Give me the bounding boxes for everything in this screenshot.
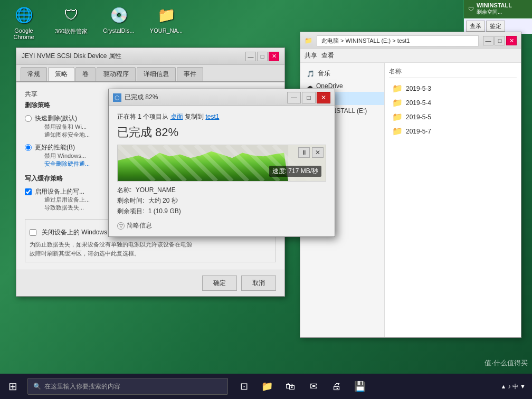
properties-maximize-btn[interactable]: □ (257, 52, 268, 61)
copy-source-to[interactable]: test1 (205, 113, 219, 120)
explorer-titlebar: 📁 此电脑 > WININSTALL (E:) > test1 — □ ✕ (300, 32, 521, 49)
explorer-minimize-btn[interactable]: — (483, 36, 493, 45)
copy-close-btn[interactable]: ✕ (317, 92, 330, 103)
copy-minimize-btn[interactable]: — (287, 92, 301, 103)
search-placeholder: 在这里输入你要搜索的内容 (44, 382, 120, 391)
tab-policy[interactable]: 策略 (48, 67, 74, 81)
tab-general[interactable]: 常规 (21, 67, 47, 81)
copy-time-label: 剩余时间: (117, 197, 144, 204)
explorer-breadcrumb: 此电脑 > WININSTALL (E:) > test1 (317, 35, 479, 46)
taskbar-search[interactable]: 🔍 在这里输入你要搜索的内容 (27, 378, 228, 395)
flush-checkbox[interactable] (30, 229, 36, 236)
taskbar-task-view[interactable]: ⊡ (233, 374, 254, 399)
desktop: 🌐 Google Chrome 🛡 360软件管家 💿 CrystalDis..… (0, 0, 532, 399)
wininstall-icon-glyph: 🛡 (468, 6, 474, 12)
folder-icon-1: 📁 (392, 83, 403, 93)
copy-items-row: 剩余项目: 1 (10.9 GB) (117, 207, 326, 216)
ok-button[interactable]: 确定 (202, 276, 237, 291)
write-cache-desc1: 通过启用设备上... (44, 196, 90, 204)
copy-items-label: 剩余项目: (117, 207, 144, 215)
folder-icon-4: 📁 (392, 126, 403, 136)
taskbar-store[interactable]: 🛍 (280, 374, 301, 399)
wininstall-title: WININSTALL (477, 2, 512, 8)
copy-info: 名称: YOUR_NAME 剩余时间: 大约 20 秒 剩余项目: 1 (10.… (117, 186, 326, 216)
nav-music[interactable]: 🎵 音乐 (300, 67, 384, 80)
copy-titlebar: ⬡ 已完成 82% — □ ✕ (109, 89, 335, 106)
quick-removal-radio[interactable] (25, 115, 32, 122)
copy-dialog: ⬡ 已完成 82% — □ ✕ 正在将 1 个项目从 桌面 复制到 test1 … (108, 89, 335, 237)
better-performance-label: 更好的性能(B) (35, 143, 90, 152)
quick-removal-label: 快速删除(默认) (35, 114, 90, 123)
properties-minimize-btn[interactable]: — (245, 52, 256, 61)
copy-name-label: 名称: (117, 186, 131, 194)
copy-source-line: 正在将 1 个项目从 桌面 复制到 test1 (117, 112, 326, 121)
desktop-icon-crystaldisk[interactable]: 💿 CrystalDis... (100, 4, 137, 40)
desktop-icon-yourname[interactable]: 📁 YOUR_NA... (148, 4, 185, 40)
properties-footer: 确定 取消 (16, 270, 284, 296)
safe-remove-link[interactable]: 安全删除硬件通... (44, 160, 90, 168)
kill-button[interactable]: 查杀 (466, 21, 485, 32)
toolbar-share[interactable]: 共享 (305, 51, 317, 60)
properties-controls: — □ ✕ (245, 52, 279, 61)
write-cache-checkbox[interactable] (25, 188, 32, 195)
folder-label-3: 2019-5-5 (406, 113, 431, 121)
files-column-header: 名称 (389, 67, 517, 78)
explorer-files: 名称 📁 2019-5-3 📁 2019-5-4 📁 2019-5-5 📁 20… (385, 63, 521, 338)
copy-items-value: 1 (10.9 GB) (148, 207, 181, 215)
taskbar-app-icons: ⊡ 📁 🛍 ✉ 🖨 💾 (233, 374, 370, 399)
toolbar-view[interactable]: 查看 (321, 51, 334, 60)
desktop-icons: 🌐 Google Chrome 🛡 360软件管家 💿 CrystalDis..… (5, 4, 185, 40)
taskbar-file-explorer[interactable]: 📁 (256, 374, 278, 399)
folder-2019-5-5[interactable]: 📁 2019-5-5 (389, 110, 517, 124)
cancel-progress-button[interactable]: ✕ (312, 147, 324, 158)
identify-button[interactable]: 鉴定 (486, 21, 505, 32)
start-button[interactable]: ⊞ (0, 374, 25, 399)
360-label: 360软件管家 (55, 27, 88, 35)
taskbar-time: ▲ ♪ 中 ▼ (501, 383, 526, 391)
quick-removal-desc2: 通知图标安全地... (44, 131, 90, 139)
watermark-text: 值·什么值得买 (484, 359, 528, 367)
flush-desc: 为防止数据丢失，如果设备没有单独的电源以允许该设备在电源 故障时刷新其缓冲区，请… (30, 240, 271, 258)
copy-title-label: 已完成 82% (125, 93, 158, 102)
copy-window-controls: — □ ✕ (287, 92, 330, 103)
better-performance-radio[interactable] (25, 144, 32, 151)
taskbar-right: ▲ ♪ 中 ▼ (501, 383, 532, 391)
copy-source-from[interactable]: 桌面 (170, 113, 183, 120)
copy-maximize-btn[interactable]: □ (302, 92, 316, 103)
explorer-close-btn[interactable]: ✕ (506, 36, 517, 45)
360-icon: 🛡 (61, 4, 82, 25)
folder-icon-2: 📁 (392, 98, 403, 108)
pause-button[interactable]: ⏸ (298, 147, 310, 158)
desktop-icon-360[interactable]: 🛡 360软件管家 (53, 4, 90, 40)
folder-icon-3: 📁 (392, 112, 403, 122)
tab-details[interactable]: 详细信息 (137, 67, 176, 81)
properties-close-btn[interactable]: ✕ (269, 52, 279, 61)
expand-section[interactable]: ▽ 简略信息 (117, 221, 326, 230)
folder-2019-5-4[interactable]: 📁 2019-5-4 (389, 96, 517, 110)
copy-dialog-icon: ⬡ (113, 93, 121, 102)
copy-source-prefix: 正在将 1 个项目从 (117, 113, 168, 120)
folder-2019-5-3[interactable]: 📁 2019-5-3 (389, 81, 517, 96)
taskbar: ⊞ 🔍 在这里输入你要搜索的内容 ⊡ 📁 🛍 ✉ 🖨 💾 ▲ ♪ 中 ▼ (0, 374, 532, 399)
cancel-button[interactable]: 取消 (241, 276, 276, 291)
tab-driver[interactable]: 驱动程序 (97, 67, 136, 81)
taskbar-print[interactable]: 🖨 (326, 374, 347, 399)
expand-label: 简略信息 (127, 221, 152, 230)
copy-to-text: 复制到 (185, 113, 204, 120)
copy-body: 正在将 1 个项目从 桌面 复制到 test1 已完成 82% (109, 106, 335, 236)
explorer-folder-icon: 📁 (305, 37, 312, 44)
tab-volume[interactable]: 卷 (75, 67, 96, 81)
folder-2019-5-7[interactable]: 📁 2019-5-7 (389, 124, 517, 138)
desktop-icon-chrome[interactable]: 🌐 Google Chrome (5, 4, 42, 40)
copy-name-row: 名称: YOUR_NAME (117, 186, 326, 195)
tab-events[interactable]: 事件 (177, 67, 203, 81)
wininstall-subtitle: 剩余空间... (477, 8, 512, 16)
taskbar-mail[interactable]: ✉ (303, 374, 324, 399)
music-label: 音乐 (318, 69, 330, 78)
copy-name-value: YOUR_NAME (136, 186, 176, 194)
chrome-icon: 🌐 (13, 4, 34, 25)
speed-badge: 速度: 717 MB/秒 (269, 166, 321, 177)
taskbar-storage[interactable]: 💾 (349, 374, 370, 399)
explorer-maximize-btn[interactable]: □ (495, 36, 505, 45)
write-cache-desc2: 导致数据丢失... (44, 204, 90, 212)
